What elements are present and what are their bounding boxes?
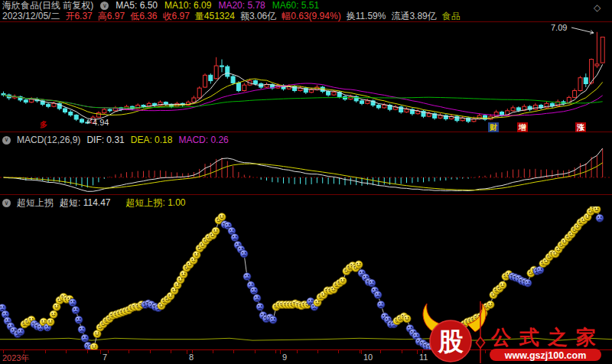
candle bbox=[7, 93, 11, 99]
collapse-macd-icon[interactable] bbox=[2, 136, 11, 145]
sad-ball bbox=[256, 303, 264, 310]
candle bbox=[136, 103, 140, 109]
sad-ball bbox=[81, 334, 89, 342]
amount-value: 额3.06亿 bbox=[240, 11, 276, 21]
candle bbox=[578, 76, 582, 91]
candle bbox=[57, 102, 61, 110]
logo-url[interactable]: www.gszj100.com bbox=[504, 350, 587, 361]
smiley-ball bbox=[593, 206, 601, 213]
date-label: 2023/12/05/二 bbox=[2, 11, 60, 21]
candle bbox=[388, 104, 392, 112]
candle bbox=[47, 102, 50, 108]
candle bbox=[265, 83, 269, 88]
candle bbox=[595, 32, 599, 68]
candle bbox=[483, 114, 487, 121]
sad-ball bbox=[72, 306, 80, 314]
macd-header: MACD(12,26,9) DIF: 0.31 DEA: 0.18 MACD: … bbox=[2, 135, 229, 145]
turnover-value: 换11.59% bbox=[347, 11, 386, 21]
candle bbox=[343, 96, 347, 101]
volume-value: 量451324 bbox=[195, 11, 235, 21]
dif-value: DIF: 0.31 bbox=[86, 135, 124, 145]
price-annotation: 7.09 bbox=[551, 23, 567, 32]
sad-ball bbox=[231, 233, 239, 241]
sad-ball bbox=[243, 272, 251, 280]
candle bbox=[539, 104, 543, 109]
sad-ball bbox=[269, 316, 277, 323]
smiley-ball bbox=[403, 315, 411, 323]
smiley-ball bbox=[499, 281, 506, 289]
candle bbox=[187, 100, 190, 106]
ma5-value: MA5: 6.50 bbox=[116, 1, 158, 11]
axis-month-label: 7 bbox=[103, 353, 107, 362]
title-bar: 海欣食品(日线 前复权) MA5: 6.50 MA10: 6.09 MA20: … bbox=[2, 1, 319, 11]
smiley-ball bbox=[90, 343, 98, 349]
sad-ball bbox=[524, 279, 532, 287]
candle bbox=[197, 86, 201, 99]
candle bbox=[550, 102, 554, 108]
float-value: 流通3.89亿 bbox=[391, 11, 436, 21]
candle bbox=[203, 73, 207, 88]
bull-horn-right-icon bbox=[467, 304, 486, 332]
smiley-ball bbox=[212, 227, 220, 235]
logo-diamond-icon bbox=[477, 337, 485, 348]
candle bbox=[573, 89, 577, 99]
sad-ball bbox=[377, 301, 385, 308]
corner-diamond-icon[interactable]: ◇ bbox=[594, 2, 601, 13]
sad-ball bbox=[75, 316, 83, 323]
change-value: 幅0.63(9.94%) bbox=[282, 11, 340, 21]
candle bbox=[69, 110, 73, 116]
ma10-value: MA10: 6.09 bbox=[164, 1, 211, 11]
sad-ball bbox=[69, 298, 76, 306]
collapse-main-icon[interactable] bbox=[100, 2, 109, 10]
candle bbox=[80, 118, 84, 123]
candle bbox=[371, 99, 375, 107]
candle bbox=[2, 92, 5, 97]
candle bbox=[533, 103, 537, 111]
macd-value: MACD: 0.26 bbox=[178, 135, 228, 145]
candle bbox=[18, 96, 22, 102]
candle bbox=[467, 117, 470, 123]
smiley-ball bbox=[355, 261, 363, 268]
sad-ball bbox=[368, 279, 376, 287]
high-value: 高6.97 bbox=[98, 11, 125, 21]
candle bbox=[74, 114, 78, 121]
candle bbox=[366, 99, 369, 104]
candle bbox=[422, 110, 425, 119]
logo-name: 公式之家 bbox=[490, 326, 604, 349]
candle bbox=[103, 108, 106, 114]
sad-ball bbox=[78, 326, 86, 333]
candle bbox=[164, 102, 168, 106]
close-value: 收6.97 bbox=[162, 11, 189, 21]
sad-ball bbox=[250, 287, 258, 294]
macd-title: MACD(12,26,9) bbox=[17, 135, 80, 145]
smiley-ball bbox=[218, 213, 226, 221]
candle bbox=[153, 102, 157, 107]
candle bbox=[433, 112, 437, 120]
stock-app-window: 海欣食品(日线 前复权) MA5: 6.50 MA10: 6.09 MA20: … bbox=[0, 0, 612, 364]
candle bbox=[399, 106, 403, 114]
stock-title: 海欣食品(日线 前复权) bbox=[2, 1, 93, 11]
candle bbox=[63, 107, 67, 113]
candle bbox=[427, 112, 431, 117]
candle bbox=[528, 106, 532, 112]
sad-ball bbox=[17, 328, 24, 336]
candle bbox=[226, 65, 230, 79]
candle bbox=[584, 73, 588, 87]
logo-symbol: 股 bbox=[438, 327, 464, 356]
candle bbox=[96, 111, 100, 118]
candle bbox=[376, 104, 380, 109]
candle bbox=[30, 97, 34, 103]
axis-month-label: 10 bbox=[363, 353, 373, 362]
candle bbox=[209, 73, 213, 83]
candle bbox=[214, 57, 218, 80]
candle bbox=[444, 114, 448, 120]
candle bbox=[410, 108, 414, 115]
sad-ball bbox=[253, 294, 261, 302]
sad-ball bbox=[596, 214, 604, 222]
candle bbox=[158, 100, 162, 106]
candle bbox=[354, 96, 358, 103]
candle bbox=[243, 83, 246, 91]
candle bbox=[220, 60, 224, 73]
candle bbox=[360, 99, 364, 105]
quote-bar: 2023/12/05/二 开6.37 高6.97 低6.36 收6.97 量45… bbox=[2, 11, 461, 21]
